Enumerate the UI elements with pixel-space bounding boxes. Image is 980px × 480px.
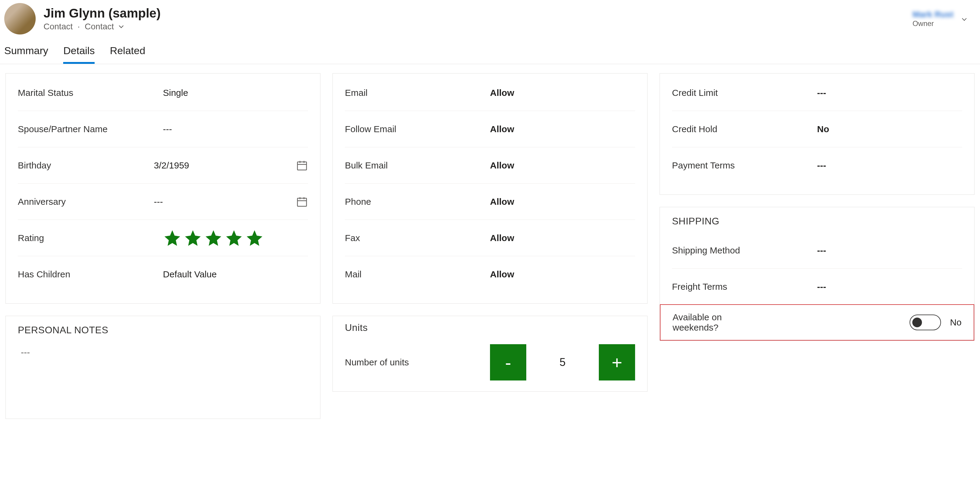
field-email[interactable]: Email Allow	[345, 75, 635, 111]
chevron-down-icon	[117, 22, 126, 31]
label-spouse: Spouse/Partner Name	[18, 124, 163, 134]
value-birthday: 3/2/1959	[154, 160, 290, 171]
column-middle: Email Allow Follow Email Allow Bulk Emai…	[332, 73, 648, 392]
field-freight-terms[interactable]: Freight Terms ---	[672, 269, 962, 305]
tab-summary[interactable]: Summary	[4, 45, 48, 64]
value-marital-status: Single	[163, 88, 308, 98]
label-marital-status: Marital Status	[18, 88, 163, 98]
label-has-children: Has Children	[18, 269, 163, 279]
label-freight-terms: Freight Terms	[672, 282, 817, 292]
calendar-icon[interactable]	[296, 159, 308, 172]
units-card: Units Number of units - 5 +	[332, 316, 648, 392]
record-title: Jim Glynn (sample)	[43, 6, 161, 21]
field-anniversary[interactable]: Anniversary ---	[18, 183, 308, 220]
value-payment-terms: ---	[817, 160, 962, 171]
units-title: Units	[345, 316, 635, 339]
units-increment-button[interactable]: +	[599, 344, 635, 381]
field-phone[interactable]: Phone Allow	[345, 183, 635, 220]
field-payment-terms[interactable]: Payment Terms ---	[672, 147, 962, 183]
label-available-weekends: Available on weekends?	[673, 312, 751, 333]
record-header: Jim Glynn (sample) Contact · Contact Mar…	[0, 0, 980, 35]
value-email: Allow	[490, 88, 635, 98]
column-left: Marital Status Single Spouse/Partner Nam…	[5, 73, 320, 419]
field-marital-status[interactable]: Marital Status Single	[18, 75, 308, 111]
owner-label: Owner	[913, 19, 953, 28]
owner-block[interactable]: Mark Rust Owner	[913, 10, 953, 28]
label-anniversary: Anniversary	[18, 196, 154, 207]
label-phone: Phone	[345, 196, 490, 207]
header-right: Mark Rust Owner	[913, 10, 976, 28]
units-decrement-button[interactable]: -	[490, 344, 526, 381]
personal-card: Marital Status Single Spouse/Partner Nam…	[5, 73, 320, 304]
value-shipping-method: ---	[817, 245, 962, 255]
notes-value[interactable]: ---	[18, 341, 308, 408]
value-follow-email: Allow	[490, 124, 635, 134]
label-email: Email	[345, 88, 490, 98]
form-selector[interactable]: Contact	[84, 22, 126, 32]
value-spouse: ---	[163, 124, 308, 134]
chevron-down-icon[interactable]	[960, 15, 969, 24]
value-freight-terms: ---	[817, 282, 962, 292]
field-spouse[interactable]: Spouse/Partner Name ---	[18, 111, 308, 147]
value-credit-hold: No	[817, 124, 962, 134]
label-fax: Fax	[345, 233, 490, 243]
weekends-toggle[interactable]	[910, 314, 941, 330]
billing-card: Credit Limit --- Credit Hold No Payment …	[660, 73, 975, 195]
label-payment-terms: Payment Terms	[672, 160, 817, 171]
star-icon	[183, 229, 202, 247]
label-credit-hold: Credit Hold	[672, 124, 817, 134]
field-available-weekends[interactable]: Available on weekends? No	[660, 304, 974, 341]
value-credit-limit: ---	[817, 88, 962, 98]
field-credit-limit[interactable]: Credit Limit ---	[672, 75, 962, 111]
subtitle-separator: ·	[78, 22, 80, 32]
star-icon	[163, 229, 182, 247]
value-anniversary: ---	[154, 196, 290, 207]
field-credit-hold[interactable]: Credit Hold No	[672, 111, 962, 147]
field-rating[interactable]: Rating	[18, 220, 308, 256]
units-value[interactable]: 5	[526, 344, 599, 381]
owner-name: Mark Rust	[913, 10, 953, 19]
form-selector-label: Contact	[84, 22, 114, 32]
record-subtitle: Contact · Contact	[43, 22, 161, 32]
value-phone: Allow	[490, 196, 635, 207]
tab-related[interactable]: Related	[110, 45, 145, 64]
calendar-icon[interactable]	[296, 196, 308, 208]
units-stepper: - 5 +	[490, 344, 635, 381]
contact-avatar	[4, 3, 36, 35]
label-rating: Rating	[18, 233, 163, 243]
preferences-card: Email Allow Follow Email Allow Bulk Emai…	[332, 73, 648, 304]
shipping-title: SHIPPING	[672, 207, 962, 232]
field-fax[interactable]: Fax Allow	[345, 220, 635, 256]
rating-stars[interactable]	[163, 229, 308, 247]
field-units: Number of units - 5 +	[345, 339, 635, 381]
star-icon	[245, 229, 264, 247]
star-icon	[224, 229, 243, 247]
shipping-card: SHIPPING Shipping Method --- Freight Ter…	[660, 207, 975, 341]
record-tabs: Summary Details Related	[0, 35, 980, 64]
svg-rect-4	[298, 198, 307, 206]
label-mail: Mail	[345, 269, 490, 279]
title-block: Jim Glynn (sample) Contact · Contact	[43, 6, 161, 32]
notes-title: PERSONAL NOTES	[18, 316, 308, 341]
label-shipping-method: Shipping Method	[672, 245, 817, 255]
notes-card: PERSONAL NOTES ---	[5, 316, 320, 419]
value-mail: Allow	[490, 269, 635, 279]
entity-label: Contact	[43, 22, 73, 32]
value-fax: Allow	[490, 233, 635, 243]
details-body: Marital Status Single Spouse/Partner Nam…	[0, 64, 980, 431]
field-bulk-email[interactable]: Bulk Email Allow	[345, 147, 635, 183]
field-mail[interactable]: Mail Allow	[345, 256, 635, 292]
value-available-weekends: No	[950, 317, 962, 328]
label-follow-email: Follow Email	[345, 124, 490, 134]
tab-details[interactable]: Details	[63, 45, 95, 64]
field-follow-email[interactable]: Follow Email Allow	[345, 111, 635, 147]
label-units: Number of units	[345, 357, 490, 367]
header-left: Jim Glynn (sample) Contact · Contact	[4, 3, 161, 35]
field-birthday[interactable]: Birthday 3/2/1959	[18, 147, 308, 183]
field-has-children[interactable]: Has Children Default Value	[18, 256, 308, 292]
value-has-children: Default Value	[163, 269, 308, 279]
label-bulk-email: Bulk Email	[345, 160, 490, 171]
column-right: Credit Limit --- Credit Hold No Payment …	[660, 73, 975, 341]
field-shipping-method[interactable]: Shipping Method ---	[672, 232, 962, 269]
value-bulk-email: Allow	[490, 160, 635, 171]
